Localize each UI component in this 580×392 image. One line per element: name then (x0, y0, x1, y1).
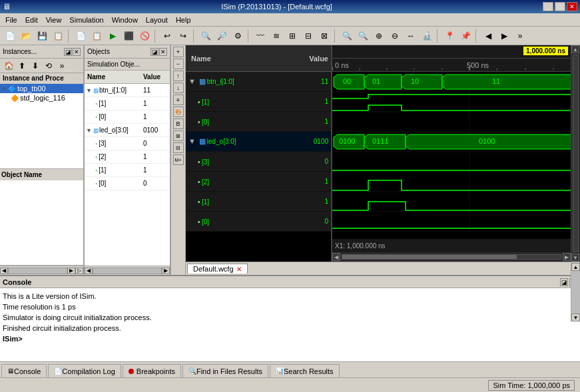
tb-zoom4[interactable]: ⊖ (388, 29, 402, 43)
wave-vscroll-up[interactable]: ▲ (571, 45, 579, 53)
wave-vscroll-down[interactable]: ▼ (571, 254, 579, 262)
wave-hscrollbar[interactable]: ◀ ▶ (332, 252, 571, 262)
objects-float-btn[interactable]: ◪ (150, 48, 158, 56)
wave-tb-del[interactable]: − (173, 59, 184, 69)
tab-find-in-files[interactable]: 🔍 Find in Files Results (182, 364, 268, 377)
wave-vscrollbar-track[interactable] (573, 55, 579, 252)
tab-compilation-log[interactable]: 📄 Compilation Log (48, 364, 121, 377)
wave-tab-default[interactable]: Default.wcfg ✕ (187, 264, 248, 274)
tb-wave5[interactable]: ⊠ (317, 29, 332, 43)
wave-tb-collapse[interactable]: ⊟ (173, 142, 184, 153)
tb-zoom2[interactable]: 🔍 (356, 29, 370, 43)
tb-zoom5[interactable]: ↔ (404, 29, 418, 43)
inst-item-std-logic[interactable]: 🔶 std_logic_116 (0, 93, 83, 102)
menu-edit[interactable]: Edit (21, 15, 42, 25)
tb-zoom6[interactable]: 🔬 (420, 29, 434, 43)
obj-row-led-2[interactable]: ▪ [2] 1 (85, 150, 170, 164)
wave-tab-close[interactable]: ✕ (236, 266, 242, 273)
tb-wave3[interactable]: ⊞ (285, 29, 300, 43)
instances-scrollbar[interactable]: ◀ ▶ ▷ (0, 266, 83, 275)
tab-console[interactable]: 🖥 Console (1, 364, 47, 377)
tb-wave1[interactable]: 〰 (253, 29, 268, 43)
objects-close-btn[interactable]: ✕ (159, 48, 167, 56)
tb-copy[interactable]: 📄 (73, 29, 88, 43)
inst-scrollbar-track[interactable] (8, 268, 67, 274)
wave-scroll-right[interactable]: ▶ (563, 253, 571, 261)
wave-tb-add[interactable]: + (173, 47, 184, 57)
sig-row-led-1[interactable]: ▪[1] 1 (186, 192, 331, 212)
tab-breakpoints[interactable]: Breakpoints (123, 364, 181, 377)
wave-scrollbar-track[interactable] (342, 254, 561, 260)
sig-row-led-3[interactable]: ▪[3] 0 (186, 152, 331, 172)
wave-scroll-left[interactable]: ◀ (332, 253, 340, 261)
menu-layout[interactable]: Layout (142, 15, 172, 25)
menu-help[interactable]: Help (172, 15, 195, 25)
wave-tb-up[interactable]: ↑ (173, 71, 184, 81)
tb-wave4[interactable]: ⊟ (301, 29, 316, 43)
tb-stop2[interactable]: 🚫 (137, 29, 152, 43)
sig-row-led-0[interactable]: ▪[0] 0 (186, 212, 331, 232)
menu-simulation[interactable]: Simulation (65, 15, 107, 25)
obj-row-btn-1[interactable]: ▪ [1] 1 (85, 97, 170, 110)
obj-scroll-left[interactable]: ◀ (85, 268, 93, 274)
sig-row-led-o-bus[interactable]: ▼ ▦led_o[3:0] 0100 (186, 132, 331, 152)
wave-tb-expand[interactable]: ⊞ (173, 130, 184, 141)
instances-close-btn[interactable]: ✕ (73, 48, 81, 56)
obj-scrollbar-track[interactable] (93, 268, 162, 274)
obj-row-led-0[interactable]: ▪ [0] 0 (85, 177, 170, 190)
obj-row-led-1[interactable]: ▪ [1] 1 (85, 164, 170, 177)
inst-scroll-expand[interactable]: ▷ (75, 268, 83, 274)
inst-scroll-left[interactable]: ◀ (0, 268, 8, 274)
wave-scrollbar-thumb[interactable] (342, 255, 517, 259)
console-vscrollbar[interactable]: ▲ ▼ (571, 263, 580, 321)
maximize-button[interactable]: □ (555, 2, 565, 11)
console-vscroll-down[interactable]: ▼ (571, 313, 580, 321)
tb-marker2[interactable]: 📌 (458, 29, 473, 43)
menu-window[interactable]: Window (108, 15, 142, 25)
inst-tb-btn1[interactable]: 🏠 (3, 60, 15, 72)
tb-stop[interactable]: ⬛ (121, 29, 136, 43)
wave-tb-marker-add[interactable]: M+ (173, 154, 184, 165)
obj-row-led-3[interactable]: ▪ [3] 0 (85, 137, 170, 150)
console-vscrollbar-track[interactable] (571, 271, 580, 313)
obj-row-led-o[interactable]: ▼ ▦ led_o[3:0] 0100 (85, 124, 170, 137)
objects-scrollbar[interactable]: ◀ ▶ (85, 266, 170, 275)
inst-tb-btn2[interactable]: ⬆ (16, 60, 28, 72)
close-button[interactable]: ✕ (567, 2, 577, 11)
console-vscroll-up[interactable]: ▲ (571, 263, 580, 271)
tb-wave2[interactable]: ≋ (269, 29, 284, 43)
tb-redo[interactable]: ↪ (176, 29, 190, 43)
tb-more[interactable]: ⚙ (230, 29, 245, 43)
obj-row-btn-0[interactable]: ▪ [0] 1 (85, 110, 170, 124)
obj-row-btn-i[interactable]: ▼ ▦ btn_i[1:0] 11 (85, 84, 170, 97)
tb-expand[interactable]: » (513, 29, 527, 43)
sig-row-btn-0[interactable]: ▪[0] 1 (186, 112, 331, 132)
sig-row-btn-1[interactable]: ▪[1] 1 (186, 92, 331, 112)
tb-run[interactable]: ▶ (105, 29, 120, 43)
inst-item-top-tb00[interactable]: ▼ 🔷 top_tb00 (0, 84, 83, 93)
tb-search[interactable]: 🔍 (198, 29, 213, 43)
tb-open[interactable]: 📂 (19, 29, 33, 43)
instances-float-btn[interactable]: ◪ (64, 48, 72, 56)
inst-tb-btn3[interactable]: ⬇ (29, 60, 41, 72)
inst-tb-btn4[interactable]: ⟲ (43, 60, 55, 72)
console-float-btn[interactable]: ◪ (560, 278, 568, 286)
tb-next[interactable]: ▶ (497, 29, 511, 43)
sig-row-btn-i-bus[interactable]: ▼ ▦btn_i[1:0] 11 (186, 72, 331, 92)
tb-prev[interactable]: ◀ (481, 29, 495, 43)
wave-tb-color[interactable]: 🎨 (173, 106, 184, 117)
tb-zoom3[interactable]: ⊕ (372, 29, 386, 43)
wave-tb-down[interactable]: ↓ (173, 83, 184, 93)
wave-tb-divider[interactable]: ≡ (173, 95, 184, 105)
minimize-button[interactable]: _ (543, 2, 553, 11)
tb-paste[interactable]: 📋 (89, 29, 104, 43)
menu-view[interactable]: View (42, 15, 66, 25)
obj-scroll-right[interactable]: ▶ (162, 268, 170, 274)
inst-scroll-right[interactable]: ▶ (67, 268, 75, 274)
wave-tb-bus[interactable]: B (173, 118, 184, 129)
sig-row-led-2[interactable]: ▪[2] 1 (186, 172, 331, 192)
tb-undo[interactable]: ↩ (160, 29, 174, 43)
tb-find[interactable]: 🔎 (214, 29, 229, 43)
tb-new[interactable]: 📄 (3, 29, 17, 43)
tb-save[interactable]: 💾 (35, 29, 49, 43)
